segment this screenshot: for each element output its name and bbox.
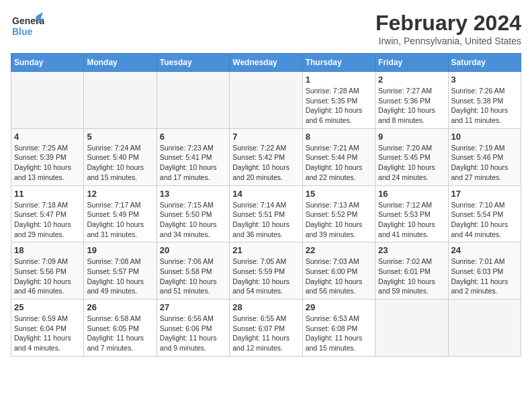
calendar-cell: 12Sunrise: 7:17 AM Sunset: 5:49 PM Dayli… — [84, 185, 157, 242]
day-number: 1 — [306, 75, 372, 85]
day-info: Sunrise: 7:08 AM Sunset: 5:57 PM Dayligh… — [87, 257, 153, 296]
day-number: 11 — [14, 189, 81, 199]
day-number: 28 — [232, 302, 299, 312]
calendar-week-2: 4Sunrise: 7:25 AM Sunset: 5:39 PM Daylig… — [11, 128, 521, 185]
calendar-cell: 28Sunrise: 6:55 AM Sunset: 6:07 PM Dayli… — [230, 300, 302, 357]
weekday-header-sunday: Sunday — [11, 54, 84, 72]
day-info: Sunrise: 6:56 AM Sunset: 6:06 PM Dayligh… — [160, 314, 226, 353]
weekday-header-tuesday: Tuesday — [157, 54, 229, 72]
day-number: 3 — [451, 75, 518, 85]
day-number: 5 — [87, 132, 153, 142]
day-info: Sunrise: 7:17 AM Sunset: 5:49 PM Dayligh… — [87, 200, 153, 240]
calendar-cell: 29Sunrise: 6:53 AM Sunset: 6:08 PM Dayli… — [302, 300, 375, 357]
calendar-cell — [157, 72, 229, 129]
day-info: Sunrise: 7:03 AM Sunset: 6:00 PM Dayligh… — [306, 257, 372, 296]
day-info: Sunrise: 7:15 AM Sunset: 5:50 PM Dayligh… — [160, 200, 226, 240]
location-text: Irwin, Pennsylvania, United States — [375, 36, 521, 46]
weekday-header-monday: Monday — [84, 54, 157, 72]
calendar-week-5: 25Sunrise: 6:59 AM Sunset: 6:04 PM Dayli… — [11, 300, 521, 357]
calendar-cell: 10Sunrise: 7:19 AM Sunset: 5:46 PM Dayli… — [448, 128, 521, 185]
calendar-week-1: 1Sunrise: 7:28 AM Sunset: 5:35 PM Daylig… — [11, 72, 521, 129]
calendar-cell: 9Sunrise: 7:20 AM Sunset: 5:45 PM Daylig… — [375, 128, 448, 185]
day-number: 21 — [232, 245, 299, 255]
calendar-cell: 24Sunrise: 7:01 AM Sunset: 6:03 PM Dayli… — [448, 242, 521, 300]
day-info: Sunrise: 7:13 AM Sunset: 5:52 PM Dayligh… — [306, 200, 372, 240]
calendar-cell: 13Sunrise: 7:15 AM Sunset: 5:50 PM Dayli… — [157, 185, 229, 242]
calendar-cell: 1Sunrise: 7:28 AM Sunset: 5:35 PM Daylig… — [302, 72, 375, 129]
day-info: Sunrise: 7:24 AM Sunset: 5:40 PM Dayligh… — [87, 143, 153, 183]
day-info: Sunrise: 7:05 AM Sunset: 5:59 PM Dayligh… — [232, 257, 299, 296]
calendar-table: SundayMondayTuesdayWednesdayThursdayFrid… — [11, 53, 521, 357]
logo: General Blue — [11, 11, 44, 41]
day-number: 13 — [160, 189, 226, 199]
calendar-cell: 11Sunrise: 7:18 AM Sunset: 5:47 PM Dayli… — [11, 185, 84, 242]
day-number: 19 — [87, 245, 153, 255]
day-number: 26 — [87, 302, 153, 312]
calendar-cell — [230, 72, 302, 129]
day-number: 27 — [160, 302, 226, 312]
day-number: 20 — [160, 245, 226, 255]
calendar-cell — [375, 300, 448, 357]
day-number: 18 — [14, 245, 81, 255]
calendar-cell: 2Sunrise: 7:27 AM Sunset: 5:36 PM Daylig… — [375, 72, 448, 129]
day-number: 6 — [160, 132, 226, 142]
day-number: 25 — [14, 302, 81, 312]
calendar-cell: 8Sunrise: 7:21 AM Sunset: 5:44 PM Daylig… — [302, 128, 375, 185]
weekday-header-wednesday: Wednesday — [230, 54, 302, 72]
calendar-week-4: 18Sunrise: 7:09 AM Sunset: 5:56 PM Dayli… — [11, 242, 521, 300]
calendar-cell: 15Sunrise: 7:13 AM Sunset: 5:52 PM Dayli… — [302, 185, 375, 242]
calendar-cell: 22Sunrise: 7:03 AM Sunset: 6:00 PM Dayli… — [302, 242, 375, 300]
calendar-cell — [11, 72, 84, 129]
day-info: Sunrise: 7:14 AM Sunset: 5:51 PM Dayligh… — [232, 200, 299, 240]
day-number: 7 — [232, 132, 299, 142]
day-number: 17 — [451, 189, 518, 199]
calendar-cell: 4Sunrise: 7:25 AM Sunset: 5:39 PM Daylig… — [11, 128, 84, 185]
day-info: Sunrise: 7:09 AM Sunset: 5:56 PM Dayligh… — [14, 257, 81, 296]
page-header: General Blue February 2024 Irwin, Pennsy… — [11, 11, 521, 46]
day-number: 23 — [378, 245, 445, 255]
day-info: Sunrise: 6:53 AM Sunset: 6:08 PM Dayligh… — [306, 314, 372, 353]
day-info: Sunrise: 7:12 AM Sunset: 5:53 PM Dayligh… — [378, 200, 445, 240]
day-number: 9 — [378, 132, 445, 142]
day-number: 16 — [378, 189, 445, 199]
calendar-cell: 21Sunrise: 7:05 AM Sunset: 5:59 PM Dayli… — [230, 242, 302, 300]
calendar-cell: 5Sunrise: 7:24 AM Sunset: 5:40 PM Daylig… — [84, 128, 157, 185]
calendar-week-3: 11Sunrise: 7:18 AM Sunset: 5:47 PM Dayli… — [11, 185, 521, 242]
day-info: Sunrise: 7:20 AM Sunset: 5:45 PM Dayligh… — [378, 143, 445, 183]
day-info: Sunrise: 7:23 AM Sunset: 5:41 PM Dayligh… — [160, 143, 226, 183]
day-number: 2 — [378, 75, 445, 85]
calendar-cell: 6Sunrise: 7:23 AM Sunset: 5:41 PM Daylig… — [157, 128, 229, 185]
calendar-cell: 14Sunrise: 7:14 AM Sunset: 5:51 PM Dayli… — [230, 185, 302, 242]
calendar-cell — [84, 72, 157, 129]
calendar-cell: 27Sunrise: 6:56 AM Sunset: 6:06 PM Dayli… — [157, 300, 229, 357]
svg-text:Blue: Blue — [12, 26, 33, 37]
day-info: Sunrise: 7:02 AM Sunset: 6:01 PM Dayligh… — [378, 257, 445, 296]
calendar-cell: 23Sunrise: 7:02 AM Sunset: 6:01 PM Dayli… — [375, 242, 448, 300]
day-info: Sunrise: 7:21 AM Sunset: 5:44 PM Dayligh… — [306, 143, 372, 183]
day-info: Sunrise: 7:28 AM Sunset: 5:35 PM Dayligh… — [306, 86, 372, 126]
day-info: Sunrise: 7:19 AM Sunset: 5:46 PM Dayligh… — [451, 143, 518, 183]
day-info: Sunrise: 7:22 AM Sunset: 5:42 PM Dayligh… — [232, 143, 299, 183]
day-info: Sunrise: 6:58 AM Sunset: 6:05 PM Dayligh… — [87, 314, 153, 353]
day-info: Sunrise: 7:18 AM Sunset: 5:47 PM Dayligh… — [14, 200, 81, 240]
calendar-cell: 20Sunrise: 7:06 AM Sunset: 5:58 PM Dayli… — [157, 242, 229, 300]
day-info: Sunrise: 7:25 AM Sunset: 5:39 PM Dayligh… — [14, 143, 81, 183]
day-number: 8 — [306, 132, 372, 142]
day-number: 22 — [306, 245, 372, 255]
calendar-cell: 26Sunrise: 6:58 AM Sunset: 6:05 PM Dayli… — [84, 300, 157, 357]
day-number: 15 — [306, 189, 372, 199]
title-block: February 2024 Irwin, Pennsylvania, Unite… — [375, 11, 521, 46]
day-number: 29 — [306, 302, 372, 312]
day-number: 12 — [87, 189, 153, 199]
calendar-cell: 16Sunrise: 7:12 AM Sunset: 5:53 PM Dayli… — [375, 185, 448, 242]
day-info: Sunrise: 7:06 AM Sunset: 5:58 PM Dayligh… — [160, 257, 226, 296]
day-number: 24 — [451, 245, 518, 255]
calendar-cell — [448, 300, 521, 357]
weekday-header-saturday: Saturday — [448, 54, 521, 72]
calendar-cell: 25Sunrise: 6:59 AM Sunset: 6:04 PM Dayli… — [11, 300, 84, 357]
day-info: Sunrise: 7:26 AM Sunset: 5:38 PM Dayligh… — [451, 86, 518, 126]
day-number: 14 — [232, 189, 299, 199]
calendar-cell: 17Sunrise: 7:10 AM Sunset: 5:54 PM Dayli… — [448, 185, 521, 242]
calendar-cell: 3Sunrise: 7:26 AM Sunset: 5:38 PM Daylig… — [448, 72, 521, 129]
logo-icon: General Blue — [11, 11, 44, 41]
